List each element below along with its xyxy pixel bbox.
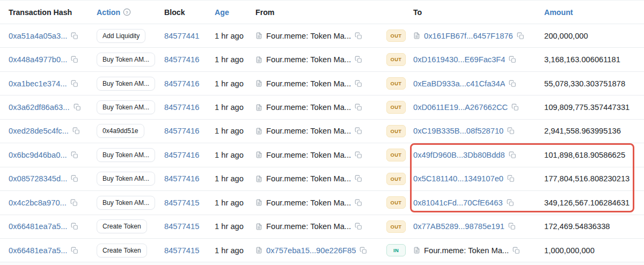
block-link[interactable]: 84577416: [164, 151, 199, 159]
to-address-link[interactable]: 0x161FB67f...6457F1876: [424, 32, 513, 40]
to-address-link[interactable]: 0xEaBD933a...c41Cfa34A: [413, 79, 505, 88]
action-method-button[interactable]: Add Liquidity: [97, 29, 145, 43]
copy-tx-hash-icon[interactable]: [71, 56, 78, 63]
copy-to-address-icon[interactable]: [507, 199, 514, 207]
action-method-button[interactable]: 0x4a9dd51e: [97, 124, 144, 138]
tx-hash-cell: 0x3a62df86a63...: [9, 103, 97, 112]
copy-tx-hash-icon[interactable]: [72, 127, 80, 135]
copy-from-address-icon[interactable]: [355, 151, 362, 159]
block-link[interactable]: 84577441: [164, 32, 199, 40]
help-icon[interactable]: ?: [123, 8, 131, 16]
copy-to-address-icon[interactable]: [507, 127, 515, 135]
tx-hash-link[interactable]: 0xa51a4a05a3...: [9, 32, 67, 40]
tx-hash-link[interactable]: 0x4c2bc8a970...: [9, 198, 67, 207]
copy-to-address-icon[interactable]: [507, 175, 515, 182]
copy-from-address-icon[interactable]: [355, 56, 362, 63]
tx-hash-link[interactable]: 0x085728345d...: [9, 174, 67, 183]
action-method-button[interactable]: Create Token: [97, 219, 147, 233]
from-address-link[interactable]: Four.meme: Token Ma...: [266, 55, 351, 64]
from-address-link[interactable]: 0x757eba15...90e226F85: [266, 246, 356, 255]
tx-hash-link[interactable]: 0xed28de5c4fc...: [9, 127, 69, 135]
to-address-link[interactable]: 0x5C181140...1349107e0: [413, 174, 503, 183]
col-header-action[interactable]: Action ?: [97, 8, 164, 17]
to-cell: 0x5C181140...1349107e0: [413, 174, 544, 183]
action-cell: Buy Token AM...: [97, 196, 164, 210]
copy-to-address-icon[interactable]: [508, 223, 516, 230]
to-address-link[interactable]: 0xD1619430...E69Fac3F4: [413, 55, 505, 64]
block-link[interactable]: 84577416: [164, 103, 199, 112]
from-address-link[interactable]: Four.meme: Token Ma...: [266, 79, 351, 88]
to-address-link[interactable]: 0x77AB5289...98785e191: [413, 222, 504, 231]
from-address-link[interactable]: Four.meme: Token Ma...: [266, 32, 351, 40]
from-address-link[interactable]: Four.meme: Token Ma...: [266, 103, 351, 112]
copy-tx-hash-icon[interactable]: [71, 32, 78, 40]
col-header-amount[interactable]: Amount: [544, 8, 644, 17]
age-header-label[interactable]: Age: [215, 8, 229, 17]
age-cell: 1 hr ago: [215, 103, 255, 112]
copy-to-address-icon[interactable]: [509, 80, 516, 87]
amount-header-label[interactable]: Amount: [544, 8, 573, 17]
from-address-link[interactable]: Four.meme: Token Ma...: [266, 222, 351, 231]
from-address-link[interactable]: Four.meme: Token Ma...: [266, 174, 351, 183]
to-address-link[interactable]: 0x81041cFd...70CfE6463: [413, 198, 503, 207]
block-link[interactable]: 84577415: [164, 246, 199, 255]
to-address-link[interactable]: Four.meme: Token Ma...: [424, 246, 509, 255]
copy-from-address-icon[interactable]: [355, 104, 362, 111]
from-address-link[interactable]: Four.meme: Token Ma...: [266, 151, 351, 159]
copy-to-address-icon[interactable]: [513, 247, 520, 254]
copy-tx-hash-icon[interactable]: [71, 80, 78, 87]
copy-to-address-icon[interactable]: [509, 56, 516, 63]
tx-hash-link[interactable]: 0xa1bec1e374...: [9, 79, 67, 88]
contract-icon: [255, 32, 262, 40]
action-method-button[interactable]: Buy Token AM...: [97, 196, 155, 210]
copy-from-address-icon[interactable]: [355, 80, 362, 87]
copy-to-address-icon[interactable]: [509, 151, 516, 159]
block-link[interactable]: 84577416: [164, 55, 199, 64]
to-address-link[interactable]: 0xD0611E19...A267662CC: [413, 103, 508, 112]
copy-tx-hash-icon[interactable]: [71, 223, 78, 230]
to-cell: 0xC19B335B...08f528710: [413, 127, 544, 135]
action-method-button[interactable]: Create Token: [97, 244, 147, 257]
bottom-strip: [0, 262, 644, 265]
from-address-link[interactable]: Four.meme: Token Ma...: [266, 198, 351, 207]
block-link[interactable]: 84577416: [164, 127, 199, 135]
copy-tx-hash-icon[interactable]: [71, 175, 78, 182]
copy-from-address-icon[interactable]: [355, 127, 362, 135]
copy-from-address-icon[interactable]: [355, 32, 362, 40]
tx-hash-link[interactable]: 0x66481ea7a5...: [9, 222, 67, 231]
block-link[interactable]: 84577415: [164, 198, 199, 207]
copy-from-address-icon[interactable]: [360, 247, 367, 254]
action-method-button[interactable]: Buy Token AM...: [97, 148, 155, 162]
tx-hash-link[interactable]: 0x66481ea7a5...: [9, 246, 67, 255]
amount-value: 177,804,516.808230213: [544, 174, 630, 183]
action-method-button[interactable]: Buy Token AM...: [97, 77, 155, 91]
from-address-link[interactable]: Four.meme: Token Ma...: [266, 127, 351, 135]
from-cell: Four.meme: Token Ma...: [255, 32, 386, 40]
block-link[interactable]: 84577416: [164, 174, 199, 183]
copy-from-address-icon[interactable]: [355, 223, 362, 230]
block-link[interactable]: 84577415: [164, 222, 199, 231]
copy-tx-hash-icon[interactable]: [71, 247, 78, 254]
to-address-link[interactable]: 0x49fD960B...3Db80Bdd8: [413, 151, 505, 159]
direction-cell: OUT: [386, 196, 413, 209]
col-header-age[interactable]: Age: [215, 8, 255, 17]
copy-tx-hash-icon[interactable]: [70, 199, 78, 207]
action-header-label[interactable]: Action: [97, 8, 120, 17]
copy-to-address-icon[interactable]: [511, 104, 519, 111]
action-cell: Add Liquidity: [97, 29, 164, 43]
action-method-button[interactable]: Buy Token AM...: [97, 172, 155, 186]
to-address-link[interactable]: 0xC19B335B...08f528710: [413, 127, 503, 135]
tx-hash-link[interactable]: 0x448a4977b0...: [9, 55, 67, 64]
action-method-button[interactable]: Buy Token AM...: [97, 53, 155, 67]
tx-hash-link[interactable]: 0x3a62df86a63...: [9, 103, 70, 112]
tx-hash-cell: 0xa51a4a05a3...: [9, 32, 97, 40]
copy-tx-hash-icon[interactable]: [71, 151, 78, 159]
copy-to-address-icon[interactable]: [517, 32, 524, 40]
action-method-button[interactable]: Buy Token AM...: [97, 100, 155, 114]
block-link[interactable]: 84577416: [164, 79, 199, 88]
tx-hash-link[interactable]: 0x6bc9d46ba0...: [9, 151, 67, 159]
direction-cell: OUT: [386, 53, 413, 65]
copy-from-address-icon[interactable]: [355, 199, 362, 207]
copy-tx-hash-icon[interactable]: [74, 104, 81, 111]
copy-from-address-icon[interactable]: [355, 175, 362, 182]
